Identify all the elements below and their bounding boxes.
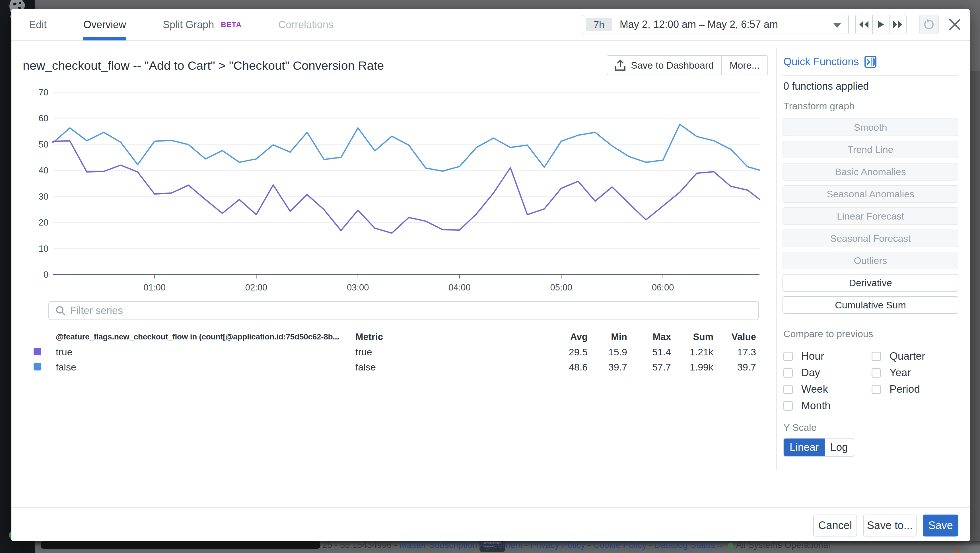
sidebar-section-divider <box>783 75 958 76</box>
transform-buttons: SmoothTrend LineBasic AnomaliesSeasonal … <box>783 118 958 318</box>
time-range-picker[interactable]: 7h May 2, 12:00 am – May 2, 6:57 am <box>582 15 849 34</box>
svg-text:50: 50 <box>39 140 48 150</box>
checkbox-quarter[interactable] <box>872 352 881 361</box>
time-range-text: May 2, 12:00 am – May 2, 6:57 am <box>620 19 778 30</box>
transform-button-linear-forecast: Linear Forecast <box>783 207 958 225</box>
checkbox-label-quarter: Quarter <box>889 350 925 362</box>
transform-button-cumulative-sum[interactable]: Cumulative Sum <box>783 296 958 314</box>
status-green-dot <box>728 543 733 548</box>
footer-status-text: All Systems Operational <box>736 540 830 550</box>
play-icon <box>877 20 885 29</box>
svg-text:02:00: 02:00 <box>245 282 267 292</box>
rewind-icon <box>858 20 870 29</box>
transform-button-seasonal-anomalies: Seasonal Anomalies <box>783 185 958 203</box>
quick-functions-link[interactable]: Quick Functions <box>783 56 877 68</box>
footer-link-cookie[interactable]: Cookie Policy <box>593 540 646 550</box>
compare-option-year: Year <box>872 365 957 381</box>
compare-option-week: Week <box>783 381 869 397</box>
close-button[interactable] <box>945 15 964 34</box>
compare-option-quarter: Quarter <box>872 348 957 365</box>
transform-graph-label: Transform graph <box>783 100 854 112</box>
svg-text:0: 0 <box>43 270 48 280</box>
tab-overview[interactable]: Overview <box>83 9 126 40</box>
svg-text:60: 60 <box>39 113 48 123</box>
svg-text:03:00: 03:00 <box>347 282 369 292</box>
chevron-down-icon <box>834 23 841 28</box>
checkbox-day[interactable] <box>783 368 793 378</box>
checkbox-year[interactable] <box>872 368 881 378</box>
y-scale-option-linear[interactable]: Linear <box>784 438 825 456</box>
checkbox-label-month: Month <box>801 400 830 412</box>
checkbox-label-hour: Hour <box>801 350 824 362</box>
more-button[interactable]: More... <box>721 56 767 75</box>
checkbox-period[interactable] <box>872 385 881 394</box>
svg-text:70: 70 <box>39 88 48 97</box>
reset-icon <box>923 19 935 30</box>
footer-link-status[interactable]: Datadog Status <box>654 540 715 550</box>
reset-time-button[interactable] <box>919 15 939 34</box>
sidebar-divider <box>776 48 777 470</box>
active-tab-underline <box>83 37 126 40</box>
page-footer-links: 25 - 55.15434996 - Master Subscription A… <box>322 540 830 550</box>
graph-title: new_checkout_flow -- "Add to Cart" > "Ch… <box>23 59 384 73</box>
checkbox-label-period: Period <box>889 383 920 395</box>
transform-button-trend-line: Trend Line <box>783 141 958 158</box>
save-button[interactable]: Save <box>923 515 958 537</box>
checkbox-label-year: Year <box>889 367 911 379</box>
time-playback-controls <box>855 15 907 34</box>
time-duration-chip: 7h <box>586 18 612 31</box>
footer-version: 25 - 55.15434996 <box>322 540 391 550</box>
y-scale-option-log[interactable]: Log <box>825 438 854 456</box>
transform-button-basic-anomalies: Basic Anomalies <box>783 163 958 180</box>
footer-link-privacy[interactable]: Privacy Policy <box>530 540 585 550</box>
timeseries-chart[interactable]: 01020304050607001:0002:0003:0004:0005:00… <box>11 9 780 303</box>
legend-table: @feature_flags.new_checkout_flow in (cou… <box>33 329 756 375</box>
svg-text:05:00: 05:00 <box>550 282 573 292</box>
series-swatch-false <box>33 363 41 370</box>
page-footer-bar <box>41 541 320 549</box>
legend-row-false[interactable]: false false 48.6 39.7 57.7 1.99k 39.7 <box>33 359 756 375</box>
page-header-strip <box>0 0 980 9</box>
tab-correlations[interactable]: Correlations <box>278 9 334 40</box>
svg-text:20: 20 <box>39 218 48 228</box>
quick-functions-panel-icon <box>864 56 877 68</box>
svg-text:10: 10 <box>39 244 48 254</box>
legend-row-true[interactable]: true true 29.5 15.9 51.4 1.21k 17.3 <box>33 344 756 359</box>
modal-footer: Cancel Save to... Save <box>11 507 970 541</box>
checkbox-hour[interactable] <box>783 352 793 361</box>
compare-option-day: Day <box>783 365 869 381</box>
transform-button-derivative[interactable]: Derivative <box>783 274 958 292</box>
compare-to-previous-label: Compare to previous <box>783 328 873 339</box>
filter-series-box <box>48 301 759 320</box>
checkbox-label-week: Week <box>801 383 828 395</box>
footer-link-msa[interactable]: Master Subscription Agreement <box>399 540 523 550</box>
checkbox-month[interactable] <box>783 401 793 411</box>
svg-text:01:00: 01:00 <box>143 282 165 292</box>
checkbox-week[interactable] <box>783 385 793 394</box>
fast-forward-icon <box>892 20 904 29</box>
svg-text:04:00: 04:00 <box>449 282 471 292</box>
y-scale-toggle: LinearLog <box>783 438 854 457</box>
tab-split-graph[interactable]: Split GraphBETA <box>163 9 242 40</box>
legend-header-row: @feature_flags.new_checkout_flow in (cou… <box>33 329 756 344</box>
compare-option-hour: Hour <box>783 348 869 365</box>
transform-button-seasonal-forecast: Seasonal Forecast <box>783 229 958 247</box>
checkbox-label-day: Day <box>801 367 820 379</box>
tab-edit[interactable]: Edit <box>29 9 47 40</box>
transform-button-outliers: Outliers <box>783 252 958 269</box>
cancel-button[interactable]: Cancel <box>813 515 857 537</box>
play-button[interactable] <box>872 15 889 33</box>
legend-query-header: @feature_flags.new_checkout_flow in (cou… <box>56 332 339 341</box>
transform-button-smooth: Smooth <box>783 118 958 136</box>
compare-option-period: Period <box>872 381 957 397</box>
graph-editor-modal: Edit Overview Split GraphBETA Correlatio… <box>11 9 970 541</box>
upload-icon <box>615 59 626 71</box>
filter-series-input[interactable] <box>70 305 758 317</box>
save-to-button[interactable]: Save to... <box>863 515 916 537</box>
save-to-dashboard-button[interactable]: Save to Dashboard <box>607 56 721 75</box>
fast-forward-button[interactable] <box>889 15 906 33</box>
y-scale-label: Y Scale <box>783 422 817 433</box>
rewind-button[interactable] <box>856 15 872 33</box>
svg-text:40: 40 <box>39 166 48 175</box>
close-icon <box>949 19 961 30</box>
